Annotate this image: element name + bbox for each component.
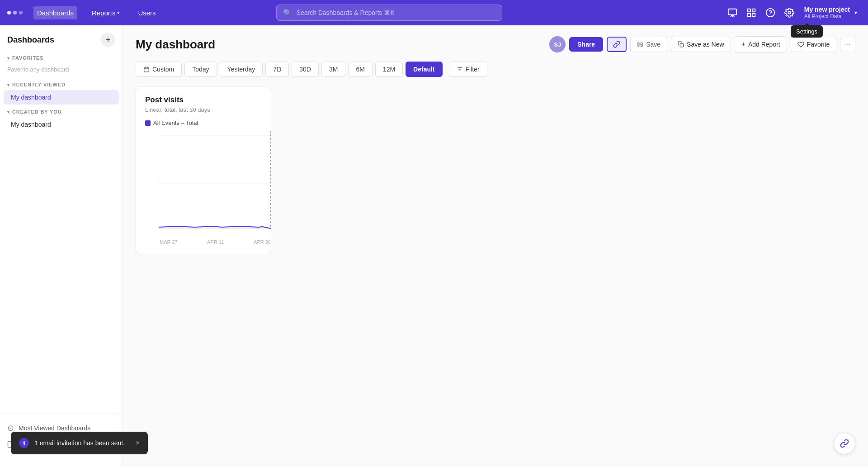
sidebar-favorites-section: ▾ FAVORITES Favorite any dashboard bbox=[0, 52, 123, 77]
recently-viewed-chevron-icon: ▾ bbox=[7, 82, 9, 87]
chart-legend: All Events – Total bbox=[145, 119, 262, 126]
save-as-new-label: Save as New bbox=[687, 41, 724, 48]
created-by-you-chevron-icon: ▾ bbox=[7, 110, 9, 114]
sidebar-favorites-header[interactable]: ▾ FAVORITES bbox=[0, 52, 123, 63]
project-chevron-icon: ▾ bbox=[854, 10, 857, 16]
toast-icon: ℹ bbox=[19, 438, 29, 448]
sidebar: Dashboards + ▾ FAVORITES Favorite any da… bbox=[0, 25, 123, 467]
svg-rect-4 bbox=[748, 14, 750, 16]
toast-close-button[interactable]: × bbox=[136, 439, 140, 447]
sidebar-item-my-dashboard-recent[interactable]: My dashboard bbox=[4, 90, 119, 105]
sidebar-item-my-dashboard-created[interactable]: My dashboard bbox=[4, 117, 119, 132]
sidebar-title: Dashboards bbox=[7, 35, 54, 45]
logo-dot-2 bbox=[13, 11, 17, 14]
search-input[interactable] bbox=[297, 9, 495, 16]
chart-title: Post visits bbox=[145, 95, 262, 105]
chart-subtitle: Linear, total, last 30 days bbox=[145, 106, 262, 113]
date-filter-6m[interactable]: 6M bbox=[348, 62, 372, 77]
save-as-new-button[interactable]: Save as New bbox=[671, 37, 731, 52]
filter-button[interactable]: Filter bbox=[449, 62, 487, 77]
settings-icon[interactable] bbox=[782, 5, 797, 20]
app-layout: Dashboards + ▾ FAVORITES Favorite any da… bbox=[0, 25, 868, 467]
date-filter-custom[interactable]: Custom bbox=[136, 62, 182, 77]
svg-rect-2 bbox=[748, 9, 750, 12]
sidebar-header: Dashboards + bbox=[0, 33, 123, 52]
svg-rect-9 bbox=[680, 43, 684, 47]
share-button[interactable]: Share bbox=[569, 37, 603, 52]
chart-x-label-1: MAR 27 bbox=[160, 239, 178, 245]
nav-reports-chevron: ▾ bbox=[117, 10, 120, 16]
sidebar-favorites-label: FAVORITES bbox=[12, 55, 43, 61]
nav-logo bbox=[7, 11, 23, 14]
sidebar-favorites-empty: Favorite any dashboard bbox=[0, 63, 123, 77]
project-name: My new project bbox=[804, 6, 850, 13]
legend-label: All Events – Total bbox=[153, 119, 198, 126]
chart-container: 50 25 0 MAR bbox=[145, 131, 262, 245]
fab-button[interactable] bbox=[834, 433, 855, 454]
avatar-button[interactable]: SJ bbox=[549, 36, 566, 52]
nav-users[interactable]: Users bbox=[134, 6, 159, 19]
date-filter-7d[interactable]: 7D bbox=[265, 62, 289, 77]
date-filter-bar: Custom Today Yesterday 7D 30D 3M 6M 12M … bbox=[136, 62, 855, 77]
help-icon[interactable] bbox=[763, 5, 778, 20]
main-actions: SJ Share Save Save as New + Add Report bbox=[549, 36, 855, 52]
chart-x-label-2: APR 11 bbox=[207, 239, 224, 245]
notifications-icon[interactable] bbox=[725, 5, 740, 20]
filter-label: Filter bbox=[466, 66, 480, 73]
top-nav: Dashboards Reports ▾ Users 🔍 My new proj… bbox=[0, 0, 868, 25]
search-bar[interactable]: 🔍 bbox=[276, 5, 502, 21]
sidebar-most-viewed-label: Most Viewed Dashboards bbox=[19, 424, 90, 432]
nav-reports-label: Reports bbox=[92, 9, 116, 17]
date-filter-today[interactable]: Today bbox=[184, 62, 217, 77]
save-label: Save bbox=[646, 41, 660, 48]
link-button[interactable] bbox=[607, 37, 627, 52]
more-options-icon: ··· bbox=[845, 41, 850, 48]
nav-right: My new project All Project Data ▾ bbox=[725, 4, 861, 21]
nav-reports[interactable]: Reports ▾ bbox=[88, 6, 124, 19]
nav-dashboards[interactable]: Dashboards bbox=[33, 6, 77, 19]
svg-rect-0 bbox=[728, 9, 736, 15]
date-filter-3m[interactable]: 3M bbox=[321, 62, 345, 77]
save-button[interactable]: Save bbox=[630, 37, 667, 52]
add-report-button[interactable]: + Add Report bbox=[735, 36, 787, 52]
sidebar-recently-viewed-header[interactable]: ▾ RECENTLY VIEWED bbox=[0, 79, 123, 90]
sidebar-recently-viewed-section: ▾ RECENTLY VIEWED My dashboard bbox=[0, 79, 123, 105]
svg-rect-5 bbox=[752, 14, 755, 16]
toast-notification: ℹ 1 email invitation has been sent. × bbox=[11, 432, 148, 454]
settings-tooltip: Settings bbox=[791, 25, 823, 38]
date-filter-30d[interactable]: 30D bbox=[292, 62, 319, 77]
svg-rect-10 bbox=[144, 67, 149, 72]
add-report-plus-icon: + bbox=[741, 40, 745, 48]
chart-svg: 50 25 0 bbox=[159, 131, 272, 235]
date-filter-yesterday[interactable]: Yesterday bbox=[220, 62, 263, 77]
page-title: My dashboard bbox=[136, 38, 542, 52]
project-info: My new project All Project Data bbox=[804, 6, 850, 19]
sidebar-recently-viewed-label: RECENTLY VIEWED bbox=[12, 82, 66, 87]
legend-color-dot bbox=[145, 120, 151, 126]
sidebar-created-by-you-section: ▾ CREATED BY YOU My dashboard bbox=[0, 106, 123, 132]
date-filter-custom-label: Custom bbox=[152, 66, 174, 73]
toast-message: 1 email invitation has been sent. bbox=[34, 439, 125, 447]
add-report-label: Add Report bbox=[748, 41, 780, 48]
project-selector[interactable]: My new project All Project Data ▾ bbox=[801, 4, 861, 21]
favorites-chevron-icon: ▾ bbox=[7, 56, 9, 61]
sidebar-add-button[interactable]: + bbox=[101, 33, 115, 47]
date-filter-12m[interactable]: 12M bbox=[375, 62, 403, 77]
sidebar-created-by-you-label: CREATED BY YOU bbox=[12, 109, 62, 114]
sidebar-created-by-you-header[interactable]: ▾ CREATED BY YOU bbox=[0, 106, 123, 117]
svg-point-8 bbox=[788, 11, 791, 14]
more-options-button[interactable]: ··· bbox=[840, 37, 855, 52]
favorite-button[interactable]: Favorite bbox=[791, 37, 837, 52]
svg-rect-3 bbox=[752, 9, 755, 12]
search-icon: 🔍 bbox=[283, 9, 292, 17]
chart-card: Post visits Linear, total, last 30 days … bbox=[136, 86, 271, 254]
date-filter-default[interactable]: Default bbox=[406, 62, 442, 77]
project-sub: All Project Data bbox=[804, 13, 842, 19]
chart-x-label-3: APR 26 bbox=[254, 239, 271, 245]
main-header: My dashboard SJ Share Save Save as New + bbox=[136, 36, 855, 52]
favorite-label: Favorite bbox=[807, 41, 830, 48]
logo-dot-1 bbox=[7, 11, 11, 14]
grid-icon[interactable] bbox=[744, 5, 759, 20]
logo-dot-3 bbox=[19, 11, 23, 14]
chart-x-labels: MAR 27 APR 11 APR 26 bbox=[159, 239, 272, 245]
